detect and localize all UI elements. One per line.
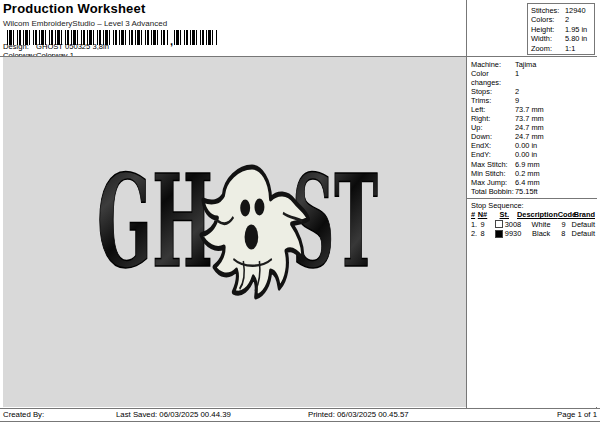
stop-sequence-row: 1. 9 3008 White 9 Default: [471, 220, 595, 230]
software-subtitle: Wilcom EmbroideryStudio – Level 3 Advanc…: [3, 19, 167, 28]
machine-row: Trims:9: [471, 96, 597, 105]
machine-label: Max Stitch:: [471, 160, 515, 169]
row-number: 1.: [471, 220, 480, 230]
machine-label: Stops:: [471, 87, 515, 96]
machine-parameters: Machine:Tajima Color changes:1 Stops:2 T…: [467, 57, 597, 199]
ghost-embroidery-design: GH ST: [95, 161, 380, 301]
footer-printed: Printed: 06/03/2025 00.45.57: [308, 410, 409, 420]
footer-bottom-line: [0, 421, 600, 422]
machine-value: 6.9 mm: [515, 160, 540, 169]
col-number: #: [471, 210, 478, 220]
machine-row: EndX:0.00 in: [471, 141, 597, 150]
col-brand: Brand: [574, 210, 595, 220]
machine-label: Trims:: [471, 96, 515, 105]
row-description: Black: [532, 229, 550, 239]
stat-stitches: Stitches: 12940: [531, 6, 594, 15]
stat-width: Width: 5.80 in: [531, 34, 594, 43]
machine-row: Left:73.7 mm: [471, 105, 597, 114]
production-worksheet-page: Production Worksheet Wilcom EmbroiderySt…: [0, 0, 600, 424]
col-description: Description: [517, 210, 558, 220]
thread-color-swatch: [495, 220, 503, 228]
machine-row: Max Stitch:6.9 mm: [471, 160, 597, 169]
machine-label: EndX:: [471, 141, 515, 150]
row-stitch: 9930: [495, 229, 532, 239]
machine-row: Machine:Tajima: [471, 60, 597, 69]
machine-value: 0.00 in: [515, 141, 537, 150]
machine-value: 0.00 in: [515, 150, 537, 159]
ghost-eye-right: [254, 199, 264, 216]
machine-row: Down:24.7 mm: [471, 132, 597, 141]
design-preview-area: GH ST: [3, 57, 466, 407]
stop-sequence-row: 2. 8 9930 Black 8 Default: [471, 229, 595, 239]
footer-top-line: [0, 408, 600, 409]
ghost-mouth: [245, 225, 259, 250]
machine-row: Up:24.7 mm: [471, 123, 597, 132]
row-brand: Default: [565, 229, 595, 239]
machine-label: Total Bobbin:: [471, 187, 515, 196]
row-number: 2.: [471, 229, 481, 239]
row-needle: 8: [481, 229, 495, 239]
machine-label: EndY:: [471, 150, 515, 159]
row-code: 9: [551, 220, 566, 230]
ghost-eye-left: [240, 200, 250, 217]
stat-label: Width:: [531, 34, 565, 43]
machine-value: 73.7 mm: [515, 114, 544, 123]
stop-sequence-section: Stop Sequence: # N# St. Description Code…: [467, 199, 597, 239]
machine-value: 24.7 mm: [515, 132, 544, 141]
machine-value: 9: [515, 96, 519, 105]
machine-row: Max Jump:6.4 mm: [471, 178, 597, 187]
page-title: Production Worksheet: [3, 1, 145, 16]
machine-row: Min Stitch:0.2 mm: [471, 169, 597, 178]
footer-page-number: Page 1 of 1: [557, 410, 597, 420]
row-code: 8: [550, 229, 565, 239]
col-code: Code: [558, 210, 574, 220]
stat-height: Height: 1.95 in: [531, 25, 594, 34]
design-stats-box: Stitches: 12940 Colors: 2 Height: 1.95 i…: [527, 3, 595, 55]
stat-label: Height:: [531, 25, 565, 34]
machine-row: Stops:2: [471, 87, 597, 96]
machine-value: 24.7 mm: [515, 123, 544, 132]
stat-value: 2: [565, 15, 569, 24]
machine-row: Total Bobbin:75.15ft: [471, 187, 597, 196]
machine-label: Right:: [471, 114, 515, 123]
machine-row: Color changes:1: [471, 69, 597, 87]
machine-value: 73.7 mm: [515, 105, 544, 114]
row-stitch: 3008: [495, 220, 532, 230]
row-description: White: [532, 220, 551, 230]
machine-label: Left:: [471, 105, 515, 114]
machine-info-panel: Machine:Tajima Color changes:1 Stops:2 T…: [467, 57, 597, 407]
machine-value: 75.15ft: [515, 187, 538, 196]
letters-gh: GH: [97, 161, 213, 296]
stat-value: 1.95 in: [565, 25, 587, 34]
footer-created-by: Created By:: [3, 410, 44, 420]
row-needle: 9: [480, 220, 494, 230]
thread-number: 3008: [505, 220, 521, 230]
machine-value: 2: [515, 87, 519, 96]
stop-sequence-header: # N# St. Description Code Brand: [471, 210, 595, 220]
stop-sequence-title: Stop Sequence:: [471, 201, 595, 211]
stat-label: Zoom:: [531, 44, 565, 53]
machine-row: EndY:0.00 in: [471, 150, 597, 159]
machine-row: Right:73.7 mm: [471, 114, 597, 123]
stat-value: 5.80 in: [565, 34, 587, 43]
machine-label: Up:: [471, 123, 515, 132]
stat-colors: Colors: 2: [531, 15, 594, 24]
row-brand: Default: [566, 220, 595, 230]
stat-label: Colors:: [531, 15, 565, 24]
machine-label: Max Jump:: [471, 178, 515, 187]
stat-value: 12940: [565, 6, 586, 15]
stat-value: 1:1: [565, 44, 575, 53]
machine-value: 6.4 mm: [515, 178, 540, 187]
machine-value: 0.2 mm: [515, 169, 540, 178]
thread-color-swatch: [495, 230, 503, 238]
barcode-separator: ,: [170, 38, 173, 45]
col-needle: N#: [478, 210, 488, 220]
footer-last-saved: Last Saved: 06/03/2025 00.44.39: [116, 410, 231, 420]
machine-value: Tajima: [515, 60, 536, 69]
machine-label: Down:: [471, 132, 515, 141]
col-stitch: St.: [488, 210, 517, 220]
stat-zoom: Zoom: 1:1: [531, 44, 594, 53]
thread-number: 9930: [505, 229, 521, 239]
letters-st: ST: [292, 161, 378, 296]
machine-label: Min Stitch:: [471, 169, 515, 178]
